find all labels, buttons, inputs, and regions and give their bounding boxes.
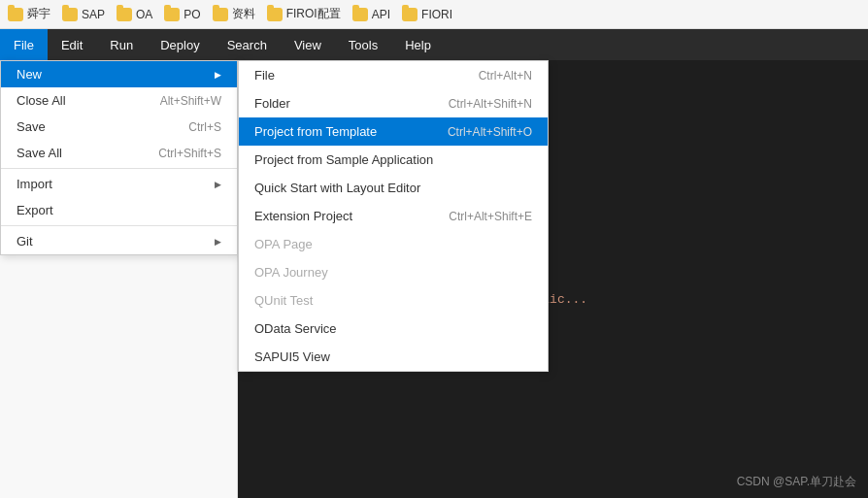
submenu-new-project-sample[interactable]: Project from Sample Application (239, 146, 548, 174)
bookmark-ziliao[interactable]: 资料 (213, 6, 255, 22)
file-menu-save[interactable]: Save Ctrl+S (1, 114, 237, 140)
folder-icon (213, 8, 228, 21)
submenu-new-quick-start[interactable]: Quick Start with Layout Editor (239, 174, 548, 202)
folder-icon (352, 8, 368, 21)
menu-help[interactable]: Help (391, 29, 445, 60)
file-menu-dropdown: New Close All Alt+Shift+W Save Ctrl+S Sa… (0, 60, 238, 255)
menu-bar: File Edit Run Deploy Search View Tools H… (0, 29, 868, 60)
menu-run[interactable]: Run (96, 29, 147, 60)
folder-icon (402, 8, 417, 21)
file-menu-save-all[interactable]: Save All Ctrl+Shift+S (1, 140, 237, 166)
bookmark-shunyu[interactable]: 舜宇 (8, 6, 50, 22)
menu-search[interactable]: Search (214, 29, 281, 60)
submenu-new-extension[interactable]: Extension Project Ctrl+Alt+Shift+E (239, 202, 548, 230)
file-menu-git[interactable]: Git (1, 228, 237, 254)
menu-edit[interactable]: Edit (48, 29, 96, 60)
menu-separator-1 (1, 168, 237, 169)
submenu-new-opa-journey: OPA Journey (239, 258, 548, 286)
bookmark-fiori[interactable]: FIORI (402, 8, 452, 21)
file-menu-export[interactable]: Export (1, 197, 237, 223)
chevron-right-icon (215, 179, 221, 189)
submenu-new-file[interactable]: File Ctrl+Alt+N (239, 61, 548, 89)
submenu-new-folder[interactable]: Folder Ctrl+Alt+Shift+N (239, 89, 548, 117)
chevron-right-icon (215, 69, 221, 80)
submenu-new-odata[interactable]: OData Service (239, 315, 548, 343)
watermark: CSDN @SAP.单刀赴会 (737, 474, 856, 490)
folder-icon (8, 8, 23, 21)
file-menu-import[interactable]: Import (1, 171, 237, 197)
folder-icon (267, 8, 283, 21)
submenu-new-project-template[interactable]: Project from Template Ctrl+Alt+Shift+O (239, 117, 548, 146)
new-submenu: File Ctrl+Alt+N Folder Ctrl+Alt+Shift+N … (238, 60, 549, 372)
bookmarks-bar: 舜宇 SAP OA PO 资料 FIROI配置 API FIORI (0, 0, 868, 29)
submenu-new-qunit: QUnit Test (239, 286, 548, 315)
bookmark-api[interactable]: API (352, 8, 390, 21)
folder-icon (164, 8, 180, 21)
menu-separator-2 (1, 225, 237, 226)
main-area: webapp controller □ App.controller... cs… (0, 60, 868, 498)
file-menu-close-all[interactable]: Close All Alt+Shift+W (1, 87, 237, 114)
bookmark-oa[interactable]: OA (117, 8, 152, 21)
submenu-new-opa-page: OPA Page (239, 230, 548, 258)
menu-view[interactable]: View (281, 29, 335, 60)
chevron-right-icon (215, 236, 221, 247)
file-menu-new[interactable]: New (1, 61, 237, 87)
bookmark-firoi[interactable]: FIROI配置 (267, 6, 341, 22)
bookmark-po[interactable]: PO (164, 8, 200, 21)
menu-deploy[interactable]: Deploy (147, 29, 213, 60)
menu-file[interactable]: File (0, 29, 48, 60)
menu-tools[interactable]: Tools (335, 29, 391, 60)
folder-icon (62, 8, 78, 21)
submenu-new-sapui5[interactable]: SAPUI5 View (239, 343, 548, 371)
bookmark-sap[interactable]: SAP (62, 8, 105, 21)
folder-icon (117, 8, 132, 21)
